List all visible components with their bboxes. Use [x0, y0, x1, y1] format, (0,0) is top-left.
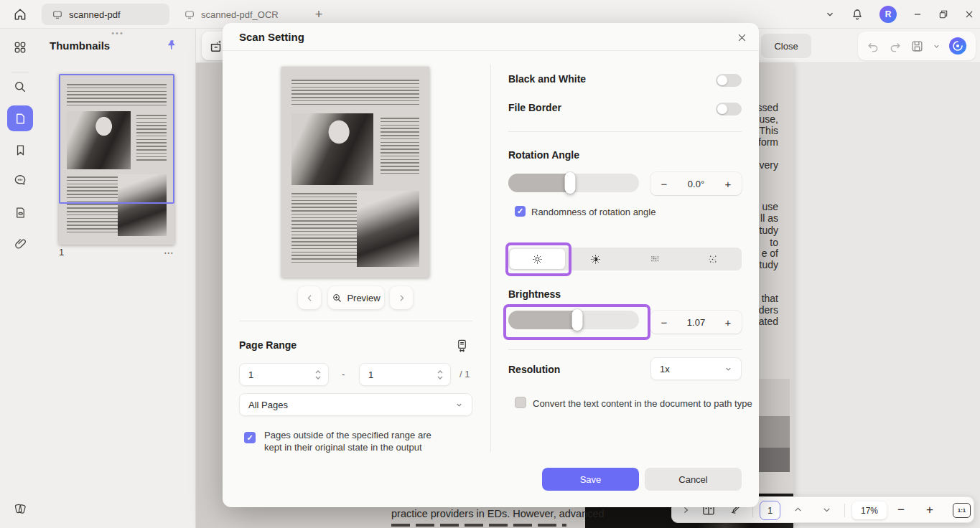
pages-icon — [14, 112, 27, 126]
thumbnail-more-button[interactable]: ⋯ — [164, 247, 174, 258]
maximize-button[interactable] — [938, 9, 948, 19]
black-white-label: Black and White — [508, 73, 586, 85]
panel-drag-handle[interactable]: ••• — [40, 29, 195, 37]
page-filter-dropdown[interactable]: All Pages — [239, 393, 472, 416]
resolution-dropdown[interactable]: 1x — [650, 357, 742, 380]
actual-size-button[interactable]: 1:1 — [953, 503, 971, 518]
page-filter-value: All Pages — [248, 400, 288, 410]
grid-menu-button[interactable] — [7, 34, 33, 60]
rotation-decrease-button[interactable]: − — [659, 178, 669, 190]
page-text-fragment: tudy — [760, 259, 778, 270]
page-range-mode-icon[interactable] — [454, 337, 470, 353]
section-divider — [508, 349, 742, 350]
next-preview-button[interactable] — [390, 286, 413, 309]
rotation-stepper: − 0.0° + — [650, 172, 742, 195]
rotation-random-checkbox[interactable]: ✓ — [515, 206, 526, 217]
new-tab-button[interactable]: + — [312, 7, 326, 22]
path-convert-checkbox[interactable] — [515, 397, 526, 408]
page-to-value: 1 — [368, 369, 373, 380]
brightness-label: Brightness — [508, 288, 561, 300]
comments-button[interactable] — [7, 167, 33, 193]
dialog-close-button[interactable] — [734, 29, 750, 45]
brightness-slider-knob[interactable] — [572, 309, 583, 331]
brightness-value: 1.07 — [687, 317, 705, 328]
close-window-button[interactable] — [964, 9, 974, 19]
magnifier-plus-icon — [332, 293, 342, 303]
noise-grid-filter-tab[interactable] — [627, 249, 682, 269]
zoom-in-button[interactable]: + — [922, 497, 938, 522]
save-settings-button[interactable]: Save — [542, 468, 639, 491]
stamp-palette-icon — [13, 501, 27, 516]
thumbnails-title: Thumbnails — [50, 39, 110, 52]
page-number-input[interactable]: 1 — [760, 501, 780, 520]
dialog-title: Scan Setting — [239, 31, 304, 43]
contrast-icon — [589, 253, 602, 265]
minimize-button[interactable] — [913, 9, 923, 19]
spinner-arrows-icon[interactable] — [437, 370, 443, 380]
tab-scanned-pdf-ocr[interactable]: scanned-pdf_OCR — [174, 4, 302, 25]
noise-scatter-filter-tab[interactable] — [685, 249, 740, 269]
page-text-fragment: ll as — [760, 212, 778, 224]
undo-button[interactable] — [867, 39, 880, 53]
file-border-toggle[interactable] — [716, 103, 742, 116]
redo-button[interactable] — [888, 39, 902, 53]
quick-actions-group — [858, 32, 976, 60]
zoom-out-button[interactable]: − — [893, 497, 909, 522]
save-options-chevron-icon[interactable] — [933, 42, 941, 50]
avatar[interactable]: R — [879, 6, 897, 23]
black-white-toggle[interactable] — [716, 74, 742, 87]
page-text-fragment: tudy — [760, 225, 778, 236]
home-icon — [13, 7, 27, 22]
rail-divider — [11, 72, 29, 72]
page-text-line-partial — [391, 524, 566, 527]
spinner-arrows-icon[interactable] — [315, 370, 321, 380]
rotation-value: 0.0° — [688, 179, 704, 189]
bookmark-icon — [14, 143, 27, 157]
chevron-down-icon[interactable] — [825, 9, 835, 19]
rotation-increase-button[interactable]: + — [723, 178, 733, 190]
zoom-level[interactable]: 17% — [852, 501, 887, 519]
stamp-palette-button[interactable] — [7, 496, 33, 522]
thumbnails-panel: ••• Thumbnails 1 ⋯ — [40, 29, 196, 528]
brightness-increase-button[interactable]: + — [723, 316, 733, 329]
search-icon — [13, 80, 27, 94]
page-text-fragment: use — [762, 201, 778, 212]
attachments-button[interactable] — [7, 199, 33, 225]
page-text-fragment: ated — [759, 316, 778, 327]
pin-icon[interactable] — [165, 38, 178, 51]
contrast-filter-tab[interactable] — [568, 249, 623, 269]
range-note-checkbox[interactable]: ✓ — [244, 432, 256, 443]
previous-page-button[interactable] — [788, 497, 807, 522]
thumbnails-panel-button[interactable] — [7, 105, 33, 131]
page-text-line: practice providers in EDs. However, adva… — [391, 508, 572, 519]
cancel-button[interactable]: Cancel — [645, 468, 742, 491]
preview-button[interactable]: Preview — [328, 286, 384, 309]
rotation-slider[interactable] — [508, 174, 639, 192]
paperclip-button[interactable] — [7, 231, 33, 257]
brightness-slider[interactable] — [508, 311, 639, 329]
close-button[interactable]: Close — [761, 34, 811, 58]
tab-scanned-pdf[interactable]: scanned-pdf — [42, 4, 169, 25]
filter-segmented-control — [508, 248, 742, 270]
bookmarks-button[interactable] — [7, 137, 33, 163]
page-thumbnail[interactable] — [59, 74, 174, 245]
next-page-button[interactable] — [817, 497, 836, 522]
previous-preview-button[interactable] — [298, 286, 321, 309]
rotation-slider-knob[interactable] — [564, 172, 575, 194]
photo-woman-laptop — [291, 113, 373, 185]
bell-icon[interactable] — [851, 8, 864, 21]
tab-document-icon — [184, 9, 195, 20]
brightness-decrease-button[interactable]: − — [659, 316, 669, 329]
viewport-indicator[interactable] — [59, 74, 174, 204]
page-from-input[interactable]: 1 — [239, 363, 329, 386]
dialog-divider — [223, 50, 759, 51]
home-button[interactable] — [10, 5, 30, 24]
ai-assistant-button[interactable] — [948, 37, 967, 55]
search-button[interactable] — [7, 74, 33, 100]
save-button[interactable] — [910, 39, 924, 53]
brightness-filter-tab[interactable] — [510, 249, 565, 269]
rotation-angle-label: Rotation Angle — [508, 149, 579, 161]
page-text-fragment: very — [760, 159, 778, 171]
page-to-input[interactable]: 1 — [359, 363, 451, 386]
app-window: scanned-pdf scanned-pdf_OCR + R — [0, 0, 980, 528]
